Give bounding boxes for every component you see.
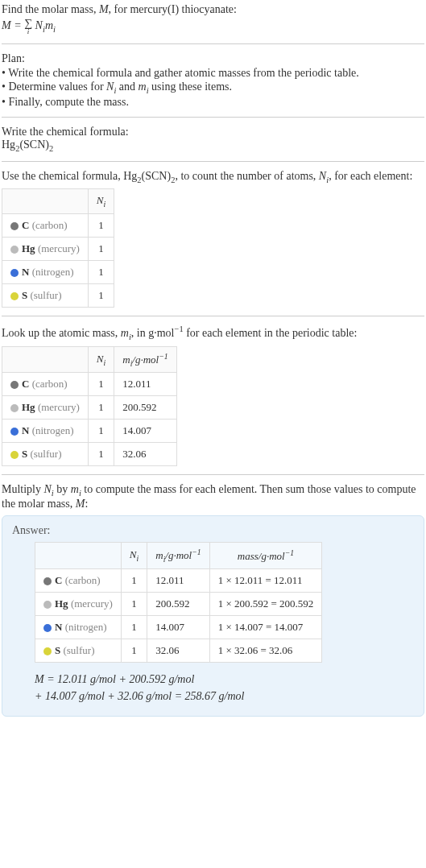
element-symbol: S: [55, 644, 60, 656]
element-symbol: N: [22, 424, 29, 436]
element-swatch-icon: [10, 292, 19, 300]
n-value: 1: [88, 420, 114, 443]
element-name: (nitrogen): [65, 621, 107, 633]
table-row: N (nitrogen)114.0071 × 14.007 = 14.007: [35, 616, 322, 639]
element-name: (sulfur): [30, 289, 61, 301]
count-n-block: Use the chemical formula, Hg2(SCN)2, to …: [2, 170, 424, 308]
element-swatch-icon: [43, 577, 52, 585]
m-value: 12.011: [147, 569, 209, 593]
element-name: (carbon): [32, 378, 68, 390]
write-formula-title: Write the chemical formula:: [2, 126, 424, 138]
m-value: 200.592: [114, 396, 176, 420]
n-value: 1: [121, 593, 147, 616]
element-swatch-icon: [43, 601, 52, 609]
element-name: (nitrogen): [32, 424, 74, 436]
table-row: C (carbon)112.011: [2, 373, 177, 396]
element-cell: Hg (mercury): [2, 238, 89, 261]
element-cell: Hg (mercury): [35, 593, 122, 616]
sigma-sub: i: [27, 28, 30, 35]
element-name: (carbon): [65, 574, 101, 586]
element-cell: C (carbon): [2, 214, 89, 238]
multiply-block: Multiply Ni by mi to compute the mass fo…: [2, 483, 424, 717]
ans-mass-hdr: mass/g·mol−1: [209, 543, 322, 569]
final-sum: M = 12.011 g/mol + 200.592 g/mol + 14.00…: [35, 671, 414, 705]
element-swatch-icon: [43, 647, 52, 655]
element-swatch-icon: [10, 381, 19, 389]
element-swatch-icon: [10, 269, 19, 277]
element-name: (mercury): [38, 401, 80, 413]
count-n-text: Use the chemical formula, Hg2(SCN)2, to …: [2, 170, 424, 184]
mass-value: 1 × 14.007 = 14.007: [209, 616, 322, 639]
element-cell: S (sulfur): [2, 443, 89, 466]
element-symbol: Hg: [55, 597, 68, 610]
m-value: 14.007: [114, 420, 176, 443]
ans-blank-hdr: [35, 543, 122, 569]
formula-M: M: [2, 19, 11, 31]
m-value: 32.06: [147, 639, 209, 663]
plan-title: Plan:: [2, 52, 424, 65]
element-name: (mercury): [38, 242, 80, 254]
mass-value: 1 × 12.011 = 12.011: [209, 569, 322, 593]
m-table: Ni mi/g·mol−1 C (carbon)112.011Hg (mercu…: [2, 346, 177, 467]
plan-b3: • Finally, compute the mass.: [2, 96, 424, 109]
multiply-text: Multiply Ni by mi to compute the mass fo…: [2, 483, 424, 510]
chemical-formula: Hg2(SCN)2: [2, 138, 424, 153]
element-swatch-icon: [10, 451, 19, 459]
final-line-1: M = 12.011 g/mol + 200.592 g/mol: [35, 671, 414, 688]
intro-text-2: , for mercury(I) thiocyanate:: [109, 3, 237, 15]
n-value: 1: [121, 569, 147, 593]
element-symbol: Hg: [22, 401, 35, 413]
final-line-2: + 14.007 g/mol + 32.06 g/mol = 258.67 g/…: [35, 688, 414, 705]
lookup-block: Look up the atomic mass, mi, in g·mol−1 …: [2, 324, 424, 466]
answer-box: Answer: Ni mi/g·mol−1 mass/g·mol−1 C (ca…: [2, 515, 424, 717]
element-cell: C (carbon): [35, 569, 122, 593]
table-row: S (sulfur)132.06: [2, 443, 177, 466]
plan-bullets: • Write the chemical formula and gather …: [2, 67, 424, 109]
n-value: 1: [88, 261, 114, 284]
element-cell: N (nitrogen): [2, 261, 89, 284]
answer-label: Answer:: [12, 524, 414, 537]
n-value: 1: [121, 616, 147, 639]
n-value: 1: [88, 396, 114, 420]
mass-value: 1 × 200.592 = 200.592: [209, 593, 322, 616]
answer-table: Ni mi/g·mol−1 mass/g·mol−1 C (carbon)112…: [35, 542, 322, 663]
n-value: 1: [88, 443, 114, 466]
ans-mi-hdr: mi/g·mol−1: [147, 543, 209, 569]
m-table-ni-hdr: Ni: [88, 346, 114, 373]
write-formula-block: Write the chemical formula: Hg2(SCN)2: [2, 126, 424, 153]
table-row: C (carbon)112.0111 × 12.011 = 12.011: [35, 569, 322, 593]
element-name: (sulfur): [30, 448, 61, 460]
table-row: Hg (mercury)1200.592: [2, 396, 177, 420]
mass-value: 1 × 32.06 = 32.06: [209, 639, 322, 663]
answer-inner: Ni mi/g·mol−1 mass/g·mol−1 C (carbon)112…: [12, 542, 414, 705]
element-cell: S (sulfur): [35, 639, 122, 663]
divider: [2, 316, 424, 316]
intro-text-1: Find the molar mass,: [2, 3, 99, 15]
m-table-mi-hdr: mi/g·mol−1: [114, 346, 176, 373]
element-name: (nitrogen): [32, 266, 74, 278]
element-swatch-icon: [10, 428, 19, 436]
element-symbol: S: [22, 289, 27, 301]
n-table-blank-hdr: [2, 189, 89, 214]
n-table-ni-hdr: Ni: [88, 189, 114, 214]
divider: [2, 161, 424, 162]
table-row: N (nitrogen)1: [2, 261, 114, 284]
element-symbol: Hg: [22, 242, 35, 254]
sym-M: M: [99, 3, 109, 15]
element-symbol: C: [55, 574, 62, 586]
element-symbol: S: [22, 448, 27, 460]
element-cell: C (carbon): [2, 373, 89, 396]
n-value: 1: [88, 238, 114, 261]
element-cell: N (nitrogen): [35, 616, 122, 639]
element-symbol: C: [22, 219, 29, 231]
element-swatch-icon: [10, 222, 19, 230]
m-table-blank-hdr: [2, 346, 89, 373]
divider: [2, 43, 424, 44]
element-symbol: N: [55, 621, 62, 633]
plan-b1: • Write the chemical formula and gather …: [2, 67, 424, 80]
table-row: S (sulfur)132.061 × 32.06 = 32.06: [35, 639, 322, 663]
element-swatch-icon: [10, 246, 19, 254]
table-row: N (nitrogen)114.007: [2, 420, 177, 443]
element-symbol: N: [22, 266, 29, 278]
plan-b2: • Determine values for Ni and mi using t…: [2, 81, 424, 95]
